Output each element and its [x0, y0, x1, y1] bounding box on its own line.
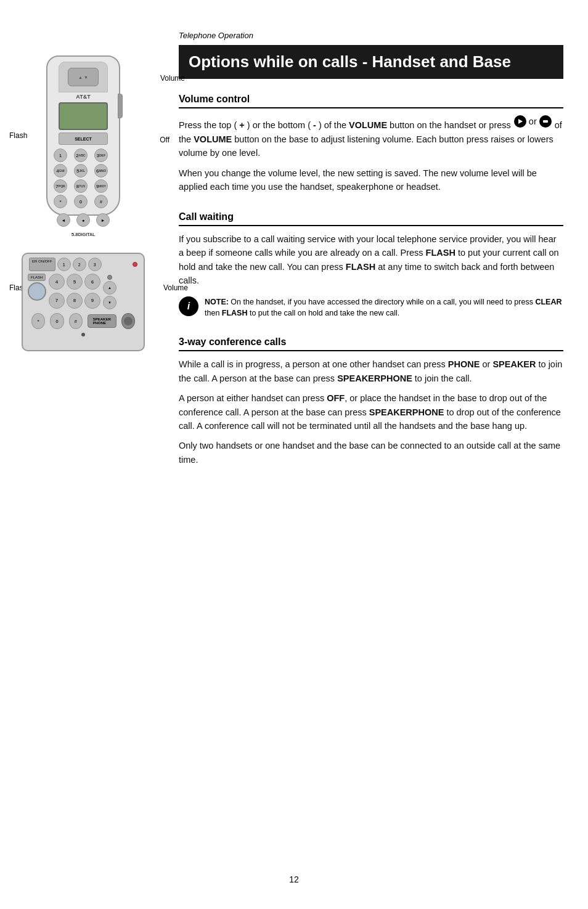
key-hash: #: [94, 195, 108, 208]
base-light-red: [133, 262, 137, 267]
volume-label-handset: Volume: [160, 74, 185, 83]
phone-illustrations: Flash ▲ ▼ AT&T SELECT 1 2ABC: [0, 18, 166, 891]
nav-right-btn: ►: [96, 213, 110, 227]
select-button: SELECT: [59, 132, 108, 145]
base-top-row: ER ON/OFF 1 2 3: [23, 254, 144, 271]
bkey-5: 5: [67, 274, 83, 290]
page-title: Options while on calls - Handset and Bas…: [179, 45, 563, 79]
volume-control-section: Volume control Press the top ( + ) or th…: [179, 94, 563, 194]
att-logo: AT&T: [47, 94, 119, 100]
nav-center-btn: ●: [76, 213, 90, 227]
base-volume-up: ▲: [103, 281, 116, 295]
key-0: 0: [74, 195, 88, 208]
key-8: 8TUV: [74, 179, 88, 193]
key-3: 3DEF: [94, 149, 108, 162]
base-key-3t: 3: [88, 258, 102, 271]
call-waiting-section: Call waiting If you subscribe to a call …: [179, 211, 563, 319]
base-nav-btn: [121, 313, 135, 329]
base-bottom-row: * 0 # SPEAKERPHONE: [23, 312, 144, 330]
er-on-off-btn: ER ON/OFF: [29, 258, 55, 271]
digital-label: 5.8DIGITAL: [47, 232, 119, 237]
base-dot: [107, 275, 112, 280]
note-box: i NOTE: On the handset, if you have acce…: [179, 296, 563, 320]
key-1: 1: [54, 149, 67, 162]
key-2: 2ABC: [74, 149, 88, 162]
bkey-9: 9: [84, 293, 100, 309]
note-text: NOTE: On the handset, if you have access…: [205, 296, 563, 320]
base-unit: ER ON/OFF 1 2 3 FLASH: [22, 253, 145, 351]
volume-up-icon: [513, 115, 527, 128]
bkey-6: 6: [84, 274, 100, 290]
speakerphone-btn: SPEAKERPHONE: [88, 314, 116, 328]
base-key-1: 1: [57, 258, 71, 271]
key-4: 4GHI: [54, 164, 67, 177]
bkey-hash: #: [69, 313, 83, 329]
call-waiting-body: If you subscribe to a call waiting servi…: [179, 232, 563, 288]
base-volume-down: ▼: [103, 296, 116, 309]
bkey-star: *: [31, 313, 45, 329]
volume-control-body: Press the top ( + ) or the bottom ( - ) …: [179, 115, 563, 194]
info-icon: i: [179, 296, 198, 316]
base-nav-disc: [28, 282, 46, 301]
volume-label-base: Volume: [163, 283, 188, 292]
handset-top: ▲ ▼: [59, 62, 108, 92]
handset-screen: [59, 102, 108, 130]
call-waiting-title: Call waiting: [179, 211, 563, 226]
key-5: 5JKL: [74, 164, 88, 177]
volume-control-title: Volume control: [179, 94, 563, 108]
handset-phone-wrapper: Flash ▲ ▼ AT&T SELECT 1 2ABC: [15, 55, 151, 216]
base-keypad-grid: 4 5 6 7 8 9: [49, 274, 100, 309]
page-number: 12: [0, 862, 588, 897]
key-9: 9WXY: [94, 179, 108, 193]
bkey-7: 7: [49, 293, 65, 309]
key-6: 6MNO: [94, 164, 108, 177]
off-label-handset: Off: [160, 136, 169, 144]
nav-left-btn: ◄: [57, 213, 70, 227]
conference-title: 3-way conference calls: [179, 336, 563, 351]
conference-section: 3-way conference calls While a call is i…: [179, 336, 563, 467]
svg-rect-3: [543, 120, 548, 123]
bkey-4: 4: [49, 274, 65, 290]
conference-body: While a call is in progress, a person at…: [179, 357, 563, 467]
key-star: *: [54, 195, 67, 208]
base-mic: [81, 333, 85, 336]
volume-down-icon: [539, 115, 552, 128]
key-7: 7PQR: [54, 179, 67, 193]
base-key-2t: 2: [73, 258, 86, 271]
flash-btn: FLASH: [28, 274, 46, 281]
handset-phone: ▲ ▼ AT&T SELECT 1 2ABC 3DEF 4GHI 5JKL 6M…: [46, 55, 120, 216]
volume-side-button: [118, 94, 123, 118]
right-content: Telephone Operation Options while on cal…: [166, 18, 588, 891]
base-mid-section: FLASH 4 5 6 7 8 9 ▲ ▼: [23, 271, 144, 312]
base-phone-wrapper: Flash ER ON/OFF 1 2 3: [12, 253, 154, 351]
bkey-8: 8: [67, 293, 83, 309]
flash-label-handset: Flash: [9, 131, 27, 140]
bkey-0: 0: [50, 313, 63, 329]
section-label: Telephone Operation: [179, 31, 563, 40]
handset-keypad: 1 2ABC 3DEF 4GHI 5JKL 6MNO 7PQR 8TUV 9WX…: [47, 147, 119, 210]
